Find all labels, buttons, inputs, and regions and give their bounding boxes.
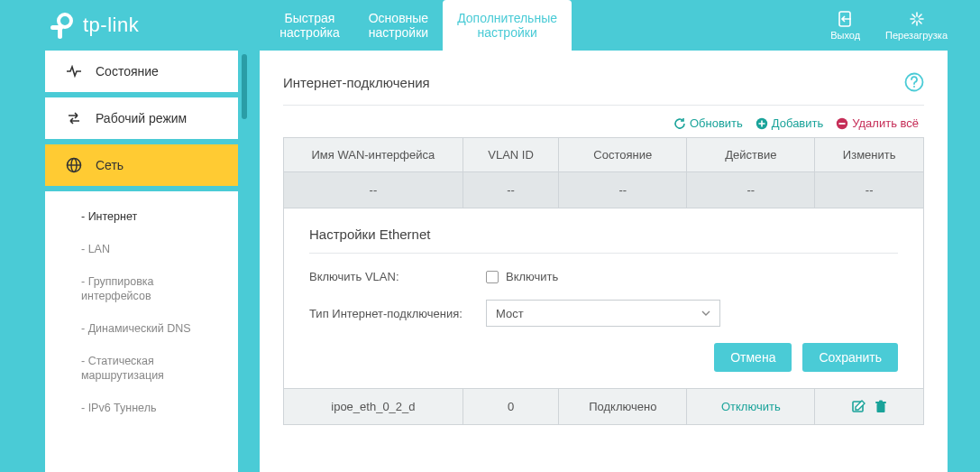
col-modify: Изменить [815,138,924,172]
chevron-down-icon [701,310,710,316]
svg-rect-23 [879,400,883,402]
mode-icon [65,111,83,125]
sub-item-ddns[interactable]: - Динамический DNS [45,312,238,345]
top-tabs: Быстрая настройка Основные настройки Доп… [265,0,572,51]
col-state: Состояние [559,138,687,172]
cancel-button[interactable]: Отмена [714,343,792,372]
cell-placeholder: -- [463,172,559,208]
tab-basic[interactable]: Основные настройки [354,0,443,51]
vlan-checkbox-label: Включить [506,270,558,283]
form-buttons: Отмена Сохранить [309,343,898,372]
refresh-button[interactable]: Обновить [673,116,743,130]
globe-icon [65,157,83,173]
logo-icon [45,10,76,41]
sub-item-lan[interactable]: - LAN [45,233,238,265]
vlan-checkbox[interactable] [486,271,499,283]
edit-icon[interactable] [851,400,866,414]
sidebar-submenu: - Интернет - LAN - Группировка интерфейс… [45,191,238,472]
sidebar-item-label: Состояние [96,64,159,79]
col-vlan-id: VLAN ID [463,138,559,172]
help-icon[interactable] [904,72,924,92]
cell-state: Подключено [559,389,687,425]
logout-button[interactable]: Выход [830,11,860,41]
brand-text: tp-link [83,14,139,37]
workspace: Состояние Рабочий режим Сеть - Интернет … [0,51,980,472]
table-row: ipoe_eth_0_2_d 0 Подключено Отключить [284,389,924,425]
cell-wan-name: ipoe_eth_0_2_d [284,389,463,425]
table-placeholder-row: -- -- -- -- -- [284,172,924,208]
cell-vlan-id: 0 [463,389,559,425]
wan-table-data: ipoe_eth_0_2_d 0 Подключено Отключить [283,388,924,425]
connection-type-row: Тип Интернет-подключения: Мост [309,300,898,327]
vlan-label: Включить VLAN: [309,270,486,283]
add-button[interactable]: Добавить [756,116,823,130]
svg-point-0 [59,14,71,27]
tab-quick-setup[interactable]: Быстрая настройка [265,0,354,51]
sidebar-item-network[interactable]: Сеть [45,144,238,186]
sub-item-if-grouping[interactable]: - Группировка интерфейсов [45,265,238,312]
connection-type-label: Тип Интернет-подключения: [309,307,486,320]
col-wan-name: Имя WAN-интерфейса [284,138,463,172]
connection-type-select[interactable]: Мост [486,300,720,327]
status-icon [65,65,83,78]
svg-rect-2 [58,25,62,39]
cell-placeholder: -- [815,172,924,208]
refresh-label: Обновить [690,116,743,130]
minus-circle-icon [836,117,848,130]
sub-item-ipv6-tunnel[interactable]: - IPv6 Туннель [45,392,238,424]
tab-label: Основные настройки [369,11,428,40]
cell-placeholder: -- [687,172,815,208]
panel-header: Интернет-подключения [283,72,924,106]
scroll-thumb[interactable] [242,54,247,119]
svg-line-9 [919,21,921,23]
table-actions: Обновить Добавить Удалить всё [283,115,924,137]
delete-all-button[interactable]: Удалить всё [836,116,919,130]
add-label: Добавить [772,116,823,130]
refresh-icon [673,117,686,130]
panel: Интернет-подключения Обновить Добавить У… [260,51,948,472]
sub-item-internet[interactable]: - Интернет [45,200,238,233]
disconnect-link[interactable]: Отключить [721,400,781,413]
sidebar-item-label: Рабочий режим [96,111,187,125]
delete-all-label: Удалить всё [852,116,919,130]
cell-placeholder: -- [559,172,687,208]
vlan-row: Включить VLAN: Включить [309,270,898,283]
row-actions [815,400,923,414]
table-header-row: Имя WAN-интерфейса VLAN ID Состояние Дей… [284,138,924,172]
tab-label: Дополнительные настройки [457,11,557,40]
reboot-label: Перезагрузка [885,30,948,41]
select-value: Мост [496,307,524,320]
topbar: tp-link Быстрая настройка Основные настр… [0,0,980,51]
sidebar: Состояние Рабочий режим Сеть - Интернет … [45,51,238,472]
sidebar-scrollbar[interactable] [238,51,251,472]
save-button[interactable]: Сохранить [802,343,898,372]
wan-table: Имя WAN-интерфейса VLAN ID Состояние Дей… [283,137,924,208]
svg-line-11 [912,21,915,23]
trash-icon[interactable] [875,400,887,414]
content: Интернет-подключения Обновить Добавить У… [251,51,980,472]
svg-line-10 [919,14,921,17]
tab-label: Быстрая настройка [279,11,340,40]
ethernet-settings: Настройки Ethernet Включить VLAN: Включи… [283,208,924,389]
svg-point-16 [913,86,915,88]
sidebar-item-status[interactable]: Состояние [45,51,238,92]
brand-logo: tp-link [45,10,139,41]
sidebar-item-mode[interactable]: Рабочий режим [45,97,238,139]
ethernet-title: Настройки Ethernet [309,227,898,254]
sub-item-static-route[interactable]: - Статическая маршрутизация [45,345,238,392]
logout-icon [837,11,855,27]
col-action: Действие [687,138,815,172]
svg-line-8 [912,14,915,17]
panel-title: Интернет-подключения [283,75,430,90]
reboot-button[interactable]: Перезагрузка [885,11,948,41]
logout-label: Выход [830,30,860,41]
tab-advanced[interactable]: Дополнительные настройки [443,0,572,51]
svg-rect-21 [877,403,885,412]
cell-placeholder: -- [284,172,463,208]
plus-circle-icon [756,117,768,130]
top-right-actions: Выход Перезагрузка [830,11,948,41]
reboot-icon [908,11,926,27]
sidebar-item-label: Сеть [96,158,124,172]
